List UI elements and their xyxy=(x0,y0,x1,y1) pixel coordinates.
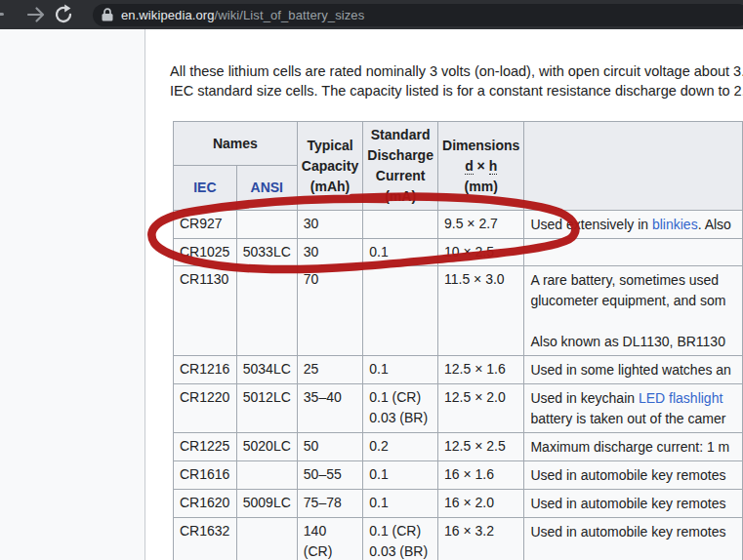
diameter-abbr[interactable]: d xyxy=(465,158,474,175)
cell-discharge: 0.1 xyxy=(363,490,438,518)
note-line: Used in automobile key remotes xyxy=(530,522,736,542)
cell-capacity: 70 xyxy=(297,266,362,356)
note-line: glucometer equipment, and som xyxy=(530,291,736,311)
header-names: Names xyxy=(174,122,298,166)
cell-dimensions: 12.5 × 2.5 xyxy=(438,433,524,461)
table-row: CR12255020LC500.212.5 × 2.5Maximum disch… xyxy=(174,433,743,461)
cell-iec: CR1632 xyxy=(174,518,237,560)
sidebar xyxy=(0,29,145,560)
table-row: CR10255033LC300.110 × 2.5 xyxy=(174,239,743,266)
table-row: CR12165034LC250.112.5 × 1.6Used in some … xyxy=(174,356,743,384)
note-text: Used in some lighted watches an xyxy=(530,362,730,378)
cell-capacity: 50–55 xyxy=(297,461,362,490)
cell-dimensions: 10 × 2.5 xyxy=(438,239,524,266)
note-text: Maximum discharge current: 1 m xyxy=(530,439,729,455)
times-sign: × xyxy=(474,158,489,174)
reload-icon[interactable] xyxy=(52,3,75,26)
dimensions-title: Dimensions xyxy=(442,138,519,153)
cell-capacity: 35–40 xyxy=(297,384,362,433)
cell-notes: Used extensively in blinkies. Also xyxy=(524,211,743,239)
url-text: en.wikipedia.org/wiki/List_of_battery_si… xyxy=(121,8,364,22)
cell-iec: CR1130 xyxy=(174,266,237,356)
cell-iec: CR1225 xyxy=(174,433,237,461)
cell-dimensions: 12.5 × 1.6 xyxy=(438,356,524,384)
header-dimensions: Dimensionsd × h(mm) xyxy=(438,122,524,211)
cell-notes: Used in some lighted watches an xyxy=(524,356,743,384)
note-line: A rare battery, sometimes used xyxy=(530,270,736,291)
cell-ansi xyxy=(236,211,297,239)
iec-link[interactable]: IEC xyxy=(193,180,216,195)
height-abbr[interactable]: h xyxy=(489,158,498,175)
note-text: A rare battery, sometimes used xyxy=(530,272,719,288)
cell-notes: Used in automobile key remotes xyxy=(524,461,743,490)
cell-capacity: 30 xyxy=(297,239,362,266)
cell-notes: Maximum discharge current: 1 m xyxy=(524,433,743,461)
note-text: . Also xyxy=(698,217,731,232)
cell-capacity: 30 xyxy=(297,211,362,239)
table-row: CR927309.5 × 2.7Used extensively in blin… xyxy=(174,211,743,239)
cell-discharge: 0.1 (CR) 0.03 (BR) xyxy=(363,518,438,560)
cell-capacity: 75–78 xyxy=(297,490,362,518)
dimensions-unit: (mm) xyxy=(465,179,498,194)
cell-ansi: 5009LC xyxy=(236,490,297,518)
cell-ansi xyxy=(236,266,297,356)
cell-discharge xyxy=(363,211,438,239)
cell-notes: Used in automobile key remotes xyxy=(524,490,743,518)
cell-iec: CR1025 xyxy=(174,239,237,266)
note-line xyxy=(530,311,736,332)
battery-table-body: CR927309.5 × 2.7Used extensively in blin… xyxy=(174,211,743,560)
note-link[interactable]: blinkies xyxy=(652,217,698,232)
table-row: CR1632140 (CR) 120 (BR)0.1 (CR) 0.03 (BR… xyxy=(174,518,743,560)
cell-ansi: 5033LC xyxy=(236,239,297,266)
browser-toolbar: en.wikipedia.org/wiki/List_of_battery_si… xyxy=(0,0,743,29)
cell-dimensions: 12.5 × 2.0 xyxy=(438,384,524,433)
cell-discharge xyxy=(363,266,438,356)
cell-ansi xyxy=(236,461,297,490)
note-text: Also known as DL1130, BR1130 xyxy=(530,334,725,349)
note-line: Used in automobile key remotes xyxy=(530,465,736,486)
cell-iec: CR1220 xyxy=(174,384,237,433)
note-text: Used in automobile key remotes xyxy=(530,496,725,511)
note-line: Used in automobile key remotes xyxy=(530,494,736,514)
forward-icon[interactable] xyxy=(24,3,48,26)
note-line: Used extensively in blinkies. Also xyxy=(530,215,736,235)
cell-discharge: 0.1 xyxy=(363,239,438,266)
header-notes xyxy=(524,122,743,211)
cell-capacity: 50 xyxy=(297,433,362,461)
note-text: Used extensively in xyxy=(530,217,652,232)
note-text: battery is taken out of the camer xyxy=(530,411,725,426)
address-bar[interactable]: en.wikipedia.org/wiki/List_of_battery_si… xyxy=(93,4,743,26)
battery-sizes-table: Names Typical Capacity (mAh) Standard Di… xyxy=(173,121,743,560)
cell-dimensions: 11.5 × 3.0 xyxy=(438,266,524,356)
url-host: en.wikipedia.org xyxy=(121,8,215,22)
cell-ansi: 5020LC xyxy=(236,433,297,461)
note-text: Used in keychain xyxy=(530,390,639,406)
cell-iec: CR1616 xyxy=(174,461,237,490)
note-line: Also known as DL1130, BR1130 xyxy=(530,332,736,352)
back-icon[interactable] xyxy=(0,13,4,16)
table-row: CR11307011.5 × 3.0A rare battery, someti… xyxy=(174,266,743,356)
header-ansi: ANSI xyxy=(236,166,297,211)
cell-ansi: 5012LC xyxy=(236,384,297,433)
header-iec: IEC xyxy=(174,166,237,211)
table-row: CR12205012LC35–400.1 (CR) 0.03 (BR)12.5 … xyxy=(174,384,743,433)
cell-iec: CR1620 xyxy=(174,490,237,518)
intro-line-1: All these lithium cells are rated nomina… xyxy=(170,61,743,81)
note-text: Used in automobile key remotes xyxy=(530,524,725,540)
note-line: Used in keychain LED flashlight xyxy=(530,388,736,409)
ansi-link[interactable]: ANSI xyxy=(251,180,283,195)
note-line: Maximum discharge current: 1 m xyxy=(530,437,736,458)
header-discharge: Standard Discharge Current (mA) xyxy=(363,122,438,211)
note-link[interactable]: LED flashlight xyxy=(639,390,722,406)
note-line: battery is taken out of the camer xyxy=(530,409,736,429)
cell-notes xyxy=(524,239,743,266)
cell-discharge: 0.2 xyxy=(363,433,438,461)
cell-dimensions: 16 × 2.0 xyxy=(438,490,524,518)
cell-ansi: 5034LC xyxy=(236,356,297,384)
cell-dimensions: 9.5 × 2.7 xyxy=(438,211,524,239)
cell-capacity: 140 (CR) 120 (BR) xyxy=(297,518,362,560)
cell-ansi xyxy=(236,518,297,560)
page-content: All these lithium cells are rated nomina… xyxy=(0,29,743,560)
cell-iec: CR1216 xyxy=(174,356,237,384)
intro-line-2: IEC standard size cells. The capacity li… xyxy=(170,81,743,100)
